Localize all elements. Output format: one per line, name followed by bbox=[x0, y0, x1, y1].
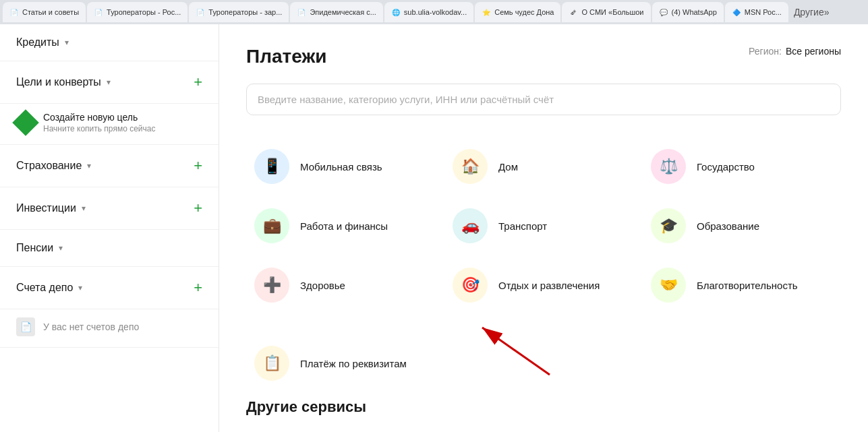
tab-favicon-statyi: 📄 bbox=[9, 7, 19, 17]
tab-favicon-epid: 📄 bbox=[297, 7, 306, 17]
tab-favicon-o-smi: 🗞 bbox=[569, 7, 578, 17]
kredity-chevron-icon: ▾ bbox=[65, 38, 69, 47]
category-transport[interactable]: 🚗 Транспорт bbox=[444, 196, 643, 255]
category-otdykh[interactable]: 🎯 Отдых и развлечения bbox=[444, 255, 643, 315]
rekvizity-icon: 📋 bbox=[254, 346, 289, 381]
page-title: Платежи bbox=[246, 46, 326, 67]
category-obrazovanie[interactable]: 🎓 Образование bbox=[643, 196, 841, 255]
transport-icon: 🚗 bbox=[453, 208, 488, 243]
sidebar-item-strakhovanie[interactable]: Страхование ▾ + bbox=[0, 145, 219, 187]
strakhovanie-chevron-icon: ▾ bbox=[87, 161, 91, 171]
tab-whatsapp[interactable]: 💬 (4) WhatsApp bbox=[652, 2, 724, 22]
tab-favicon-tur-zar: 📄 bbox=[196, 7, 205, 17]
category-zdorovye[interactable]: ➕ Здоровье bbox=[246, 255, 444, 315]
sidebar-item-celi[interactable]: Цели и конверты ▾ + bbox=[0, 61, 219, 104]
page-header: Платежи Регион: Все регионы bbox=[246, 46, 841, 67]
investitsii-chevron-icon: ▾ bbox=[82, 204, 86, 213]
tab-turoperatory-ros[interactable]: 📄 Туроператоры - Рос... bbox=[87, 2, 187, 22]
sidebar-item-strakhovanie-left: Страхование ▾ bbox=[16, 160, 91, 172]
pensii-chevron-icon: ▾ bbox=[59, 243, 63, 253]
tab-o-smi[interactable]: 🗞 О СМИ «Большои bbox=[562, 2, 650, 22]
goal-text: Создайте новую цель Начните копить прямо… bbox=[43, 112, 155, 133]
tab-turoperatory-zar[interactable]: 📄 Туроператоры - зар... bbox=[189, 2, 289, 22]
tab-favicon-sem-chudes: ⭐ bbox=[482, 7, 491, 17]
rabota-icon: 💼 bbox=[254, 208, 289, 243]
sidebar-item-investitsii-left: Инвестиции ▾ bbox=[16, 202, 86, 214]
blagotvoritelnost-icon: 🤝 bbox=[651, 268, 686, 303]
region-selector[interactable]: Регион: Все регионы bbox=[749, 46, 841, 57]
sidebar: Кредиты ▾ Цели и конверты ▾ + Создайте н… bbox=[0, 24, 219, 432]
strakhovanie-add-button[interactable]: + bbox=[194, 157, 202, 175]
tab-favicon-sub-ulia: 🌐 bbox=[391, 7, 401, 17]
tab-favicon-whatsapp: 💬 bbox=[659, 7, 668, 17]
other-services-title: Другие сервисы bbox=[246, 398, 841, 416]
tab-msn[interactable]: 🔷 MSN Рос... bbox=[725, 2, 788, 22]
depo-icon: 📄 bbox=[16, 317, 35, 336]
tab-favicon-msn: 🔷 bbox=[732, 7, 741, 17]
category-gosudarstvo[interactable]: ⚖️ Государство bbox=[643, 137, 841, 196]
sidebar-item-scheta-depo-left: Счета депо ▾ bbox=[16, 282, 82, 294]
dom-icon: 🏠 bbox=[453, 149, 488, 184]
otdykh-icon: 🎯 bbox=[453, 268, 488, 303]
sidebar-item-kredity[interactable]: Кредиты ▾ bbox=[0, 24, 219, 61]
tab-favicon-tur-ros: 📄 bbox=[94, 7, 103, 17]
scheta-depo-add-button[interactable]: + bbox=[194, 279, 202, 297]
browser-tabs-bar: 📄 Статьи и советы 📄 Туроператоры - Рос..… bbox=[0, 0, 868, 24]
search-input[interactable] bbox=[246, 84, 841, 115]
mobile-icon: 📱 bbox=[254, 149, 289, 184]
sidebar-item-celi-left: Цели и конверты ▾ bbox=[16, 76, 111, 88]
scheta-depo-chevron-icon: ▾ bbox=[78, 283, 82, 292]
tab-sub-ulia[interactable]: 🌐 sub.ulia-volkodav... bbox=[384, 2, 473, 22]
sidebar-depo-sub-item: 📄 У вас нет счетов депо bbox=[0, 309, 219, 348]
category-blagotvoritelnost[interactable]: 🤝 Благотворительность bbox=[643, 255, 841, 315]
tabs-more-button[interactable]: Другие » bbox=[790, 2, 834, 22]
main-layout: Кредиты ▾ Цели и конверты ▾ + Создайте н… bbox=[0, 24, 868, 432]
gosudarstvo-icon: ⚖️ bbox=[651, 149, 686, 184]
sidebar-item-pensii[interactable]: Пенсии ▾ bbox=[0, 230, 219, 267]
sidebar-item-scheta-depo[interactable]: Счета депо ▾ + bbox=[0, 267, 219, 309]
categories-grid: 📱 Мобильная связь 🏠 Дом ⚖️ Государство 💼… bbox=[246, 137, 841, 315]
investitsii-add-button[interactable]: + bbox=[194, 199, 202, 217]
category-mobile[interactable]: 📱 Мобильная связь bbox=[246, 137, 444, 196]
category-rabota[interactable]: 💼 Работа и финансы bbox=[246, 196, 444, 255]
sidebar-item-pensii-left: Пенсии ▾ bbox=[16, 242, 63, 254]
tab-sem-chudes[interactable]: ⭐ Семь чудес Дона bbox=[475, 2, 560, 22]
celi-add-button[interactable]: + bbox=[194, 73, 202, 91]
tab-statyi[interactable]: 📄 Статьи и советы bbox=[3, 2, 86, 22]
category-dom[interactable]: 🏠 Дом bbox=[444, 137, 643, 196]
obrazovanie-icon: 🎓 bbox=[651, 208, 686, 243]
sidebar-goal-sub-item[interactable]: Создайте новую цель Начните копить прямо… bbox=[0, 104, 219, 145]
main-content: Платежи Регион: Все регионы 📱 Мобильная … bbox=[219, 24, 868, 432]
celi-chevron-icon: ▾ bbox=[107, 78, 111, 87]
tab-epidemicheskaya[interactable]: 📄 Эпидемическая с... bbox=[290, 2, 382, 22]
other-row: 📋 Платёж по реквизитам bbox=[246, 334, 841, 393]
sidebar-item-kredity-left: Кредиты ▾ bbox=[16, 36, 69, 49]
sidebar-item-investitsii[interactable]: Инвестиции ▾ + bbox=[0, 187, 219, 230]
goal-diamond-icon bbox=[12, 109, 39, 136]
zdorovye-icon: ➕ bbox=[254, 268, 289, 303]
category-rekvizity[interactable]: 📋 Платёж по реквизитам bbox=[246, 334, 415, 393]
